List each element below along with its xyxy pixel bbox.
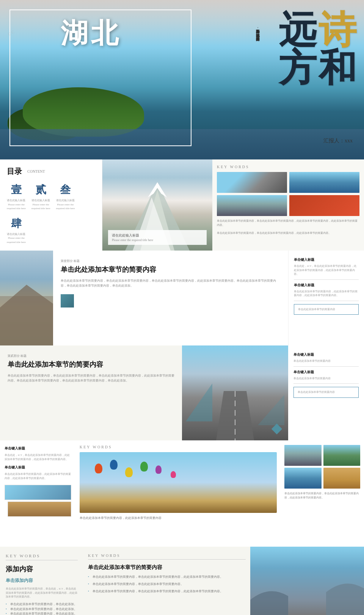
s3-main-title: 单击此处添加本章节的简要内容	[61, 265, 281, 274]
s3-right-text2: 单击此处添加本章节的简要内容，此处添加本章节的简要内容，此处添加本章节的简要内容…	[294, 290, 359, 298]
s5-kw-header: KEY WORDS	[80, 445, 277, 449]
calligraphy-block: 远 方 诗 和	[279, 11, 356, 87]
kw-header: KEY WORDS	[217, 165, 359, 169]
calligraphy-char-yuan: 远	[279, 11, 317, 49]
kw-body-text: 单击此处添加本章节的简要内容，单击此处添加本章节的简要内容，此处添加本章节的简要…	[217, 219, 359, 235]
s6-center-kw: KEY WORDS	[88, 554, 246, 560]
slide-toc: 目录 CONTENT 壹 请在此输入标题Please enter therequ…	[0, 159, 364, 251]
s3-right-title1: 单击键入标题	[294, 257, 359, 262]
toc-title-box: 目录 CONTENT	[7, 166, 95, 177]
s4-main-content: 第贰部分 标题 单击此处添加本章节的简要内容 单击此处添加本章节的简要内容，单击…	[0, 345, 182, 440]
s6-text1: 单击此处添加本章节的简要内容，单击此处，ICT，单击此处添加本章节的简要内容，此…	[6, 587, 78, 599]
toc-num-3: 叁	[56, 183, 75, 197]
photo-grid	[217, 172, 359, 216]
calligraphy-char-shi: 诗	[318, 11, 356, 49]
photo-road	[217, 172, 287, 193]
toc-placeholder-box: 请在此处输入标题Please enter the required title …	[108, 230, 207, 245]
s6-kw-header: KEY WORDS	[6, 554, 78, 560]
hero-title-cn: 湖北	[61, 15, 121, 52]
s4-section-tag: 第贰部分 标题	[8, 354, 174, 358]
s3-right-main: 单击此处添加本章节的简要内容	[298, 308, 355, 312]
toc-center-image: 请在此处输入标题Please enter the required title …	[102, 159, 212, 251]
balloon-4	[140, 462, 148, 472]
slide-photos-balloon: 单击键入标题 单击此处，ICT，单击此处添加本章节的简要内容，此处添加本章节的简…	[0, 440, 364, 547]
s6-bullets: 单击此处添加本章节的简要内容，单击此处添加。 单击此处添加本章节的简要内容，单击…	[6, 602, 78, 615]
calligraphy-char-he: 和	[318, 49, 356, 87]
toc-items: 壹 请在此输入标题Please enter therequired title …	[7, 183, 95, 244]
balloon-1	[95, 464, 102, 473]
balloon-6	[171, 471, 176, 478]
s4-right-title1: 单击键入标题	[293, 352, 359, 357]
s3-body-text: 单击此处添加本章节的简要内容，单击此处添加本章节的简要内容，单击此处添加本章节的…	[61, 279, 281, 289]
toc-item-1: 壹 请在此输入标题Please enter therequired title …	[7, 183, 26, 211]
s4-right-main: 单击此处添加本章节的简要内容	[298, 390, 355, 394]
cliff-scene	[250, 547, 364, 615]
s3-right-panel: 单击键入标题 单击此处，ICT，单击此处添加本章节的简要内容，此处添加本章节的简…	[288, 251, 364, 345]
s6-center-title: 单击此处添加本章节的简要内容	[88, 564, 246, 571]
s4-main-title: 单击此处添加本章节的简要内容	[8, 360, 174, 369]
s5-right-text: 单击此处添加本章节的简要内容，单击此处添加本章节的简要内容，此处添加本章节的简要…	[284, 492, 360, 500]
s3-section-tag: 第壹部分 标题	[61, 259, 281, 263]
s6-right-bullets: 单击此处添加本章节的简要内容，单击此处添加本章节的简要内容，此处添加本章节的简要…	[88, 575, 246, 594]
s6-bullet-3: 单击此处添加本章节的简要内容，单击此处添加。	[6, 612, 78, 615]
s5-left-text2: 单击此处添加本章节的简要内容，此处添加本章节的简要内容，此处添加本章节的简要内容…	[5, 472, 71, 480]
svg-marker-9	[258, 395, 284, 425]
s3-teal-block	[61, 294, 74, 308]
s5-photo-grid	[284, 445, 360, 489]
s5-photo-4	[323, 468, 361, 489]
s6-rb-2: 单击此处添加本章节的简要内容，单击此处添加本章节的简要内容。	[88, 582, 246, 587]
s3-main-content: 第壹部分 标题 单击此处添加本章节的简要内容 单击此处添加本章节的简要内容，单击…	[53, 251, 288, 345]
s4-road-image	[182, 345, 288, 440]
photo-stack	[5, 485, 71, 517]
toc-num-2: 贰	[31, 183, 50, 197]
photo-2	[8, 501, 71, 517]
divider-4	[293, 383, 359, 384]
toc-text-4: 请在此输入标题Please enter therequired title he…	[7, 232, 26, 244]
divider-3	[293, 366, 359, 367]
toc-text-1: 请在此输入标题Please enter therequired title he…	[7, 199, 26, 211]
keywords-panel: KEY WORDS 单击此处添加本章节的简要内容，单击此处添加本章节的简要内容，…	[212, 159, 364, 251]
photo-1	[5, 485, 71, 500]
calligraphy-char-fang: 方	[279, 49, 317, 87]
reporter-label: 汇报人：xxx	[323, 137, 353, 144]
s5-left-title1: 单击键入标题	[5, 446, 71, 451]
toc-placeholder-text: 请在此处输入标题Please enter the required title …	[112, 233, 203, 242]
photo-bridge	[289, 195, 359, 216]
toc-text-2: 请在此输入标题Please enter therequired title he…	[31, 199, 50, 211]
slide-hero: 湖北 人生至少要有两次冲动，一为说走就走的旅行，一为奋不顾身的爱情， 远 方 诗…	[0, 0, 364, 159]
s4-border-box: 单击此处添加本章节的简要内容	[293, 387, 359, 398]
s3-right-title2: 单击键入标题	[294, 283, 359, 288]
photo-mountain	[217, 195, 287, 216]
s3-side-image	[0, 251, 53, 345]
svg-marker-5	[0, 285, 53, 345]
s4-body-text: 单击此处添加本章节的简要内容，单击此处添加本章节的简要内容，单击此处添加本章节的…	[8, 374, 174, 383]
s6-add-title: 添加内容	[6, 565, 78, 574]
toc-item-2: 贰 请在此输入标题Please enter therequired title …	[31, 183, 50, 211]
toc-item-4: 肆 请在此输入标题Please enter therequired title …	[7, 216, 26, 244]
s6-bullet-1: 单击此处添加本章节的简要内容，单击此处添加。	[6, 602, 78, 607]
toc-title-en: CONTENT	[27, 169, 45, 173]
toc-item-3: 叁 请在此输入标题Please enter therequired title …	[56, 183, 75, 211]
rocky-scene	[0, 251, 53, 345]
photo-sea	[289, 172, 359, 193]
s6-add-subtitle: 单击添加内容	[6, 577, 78, 584]
s5-left-title2: 单击键入标题	[5, 465, 71, 470]
s5-bottom-text: 单击此处添加本章节的简要内容，此处添加本章节的简要内容	[80, 516, 277, 520]
toc-text-3: 请在此输入标题Please enter therequired title he…	[56, 199, 75, 211]
s5-left-text1: 单击此处，ICT，单击此处添加本章节的简要内容，此处添加本章节的简要内容，此处添…	[5, 453, 71, 461]
road-scene	[182, 345, 288, 440]
divider-1	[294, 279, 359, 280]
toc-num-1: 壹	[7, 183, 26, 197]
s4-right-panel: 单击键入标题 单击此处添加本章节的简要内容 单击键入标题 单击此处添加本章节的简…	[288, 345, 364, 440]
s5-left-photos: 单击键入标题 单击此处，ICT，单击此处添加本章节的简要内容，此处添加本章节的简…	[0, 440, 76, 547]
toc-num-4: 肆	[7, 216, 26, 231]
s4-right-text1: 单击此处添加本章节的简要内容	[293, 359, 359, 363]
rocky-svg	[0, 251, 53, 345]
s4-right-title2: 单击键入标题	[293, 370, 359, 375]
balloon-3	[125, 467, 133, 477]
s5-photo-1	[284, 445, 322, 466]
balloon-scene	[80, 452, 277, 513]
s6-bullet-2: 单击此处添加本章节的简要内容，单击此处添加。	[6, 607, 78, 612]
slide-keywords-cliff: KEY WORDS 添加内容 单击添加内容 单击此处添加本章节的简要内容，单击此…	[0, 547, 364, 615]
s6-rb-3: 单击此处添加本章节的简要内容，单击此处添加本章节的简要内容，此处添加本章节的简要…	[88, 589, 246, 594]
